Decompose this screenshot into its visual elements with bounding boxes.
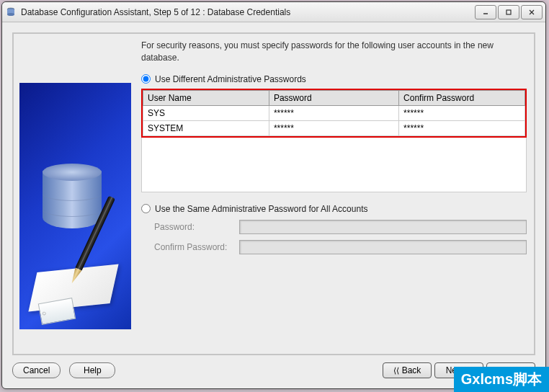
credentials-table-highlight: User Name Password Confirm Password SYS … — [141, 89, 527, 138]
table-row[interactable]: SYSTEM ****** ****** — [143, 120, 525, 135]
help-button[interactable]: Help — [69, 362, 115, 378]
col-username: User Name — [143, 90, 269, 105]
back-button[interactable]: ⟨⟨ Back — [383, 362, 432, 378]
table-row[interactable]: SYS ****** ****** — [143, 105, 525, 120]
main-area: For security reasons, you must specify p… — [131, 40, 527, 348]
confirm-input — [239, 240, 527, 254]
password-input — [239, 220, 527, 234]
inner-panel: For security reasons, you must specify p… — [12, 32, 535, 355]
cell-confirm[interactable]: ****** — [399, 105, 525, 120]
table-empty-area — [141, 138, 527, 192]
cell-password[interactable]: ****** — [269, 105, 398, 120]
confirm-row: Confirm Password: — [154, 240, 527, 254]
minimize-button[interactable] — [475, 5, 496, 19]
same-password-section: Use the Same Administrative Password for… — [141, 204, 527, 254]
radio-same-label: Use the Same Administrative Password for… — [155, 204, 367, 214]
app-icon — [5, 6, 17, 18]
window-title: Database Configuration Assistant, Step 5… — [21, 7, 475, 17]
cell-user[interactable]: SYS — [143, 105, 269, 120]
content-area: For security reasons, you must specify p… — [2, 22, 545, 388]
svg-point-2 — [7, 13, 14, 16]
option-different-passwords[interactable]: Use Different Administrative Passwords — [141, 74, 527, 84]
confirm-label: Confirm Password: — [154, 242, 239, 252]
radio-different-label: Use Different Administrative Passwords — [155, 74, 306, 84]
cell-password[interactable]: ****** — [269, 120, 398, 135]
close-button[interactable] — [521, 5, 543, 19]
watermark: Gxlcms脚本 — [454, 367, 549, 392]
password-label: Password: — [154, 222, 239, 232]
cancel-button[interactable]: Cancel — [12, 362, 61, 378]
col-password: Password — [269, 90, 398, 105]
intro-text: For security reasons, you must specify p… — [141, 40, 527, 64]
cell-confirm[interactable]: ****** — [399, 120, 525, 135]
cell-user[interactable]: SYSTEM — [143, 120, 269, 135]
radio-same[interactable] — [141, 204, 151, 213]
col-confirm: Confirm Password — [399, 90, 525, 105]
radio-different[interactable] — [141, 74, 151, 84]
credentials-table: User Name Password Confirm Password SYS … — [143, 90, 525, 136]
back-arrow-icon: ⟨⟨ — [393, 366, 399, 375]
titlebar: Database Configuration Assistant, Step 5… — [2, 2, 545, 22]
option-same-password[interactable]: Use the Same Administrative Password for… — [141, 204, 527, 214]
wizard-window: Database Configuration Assistant, Step 5… — [1, 1, 546, 389]
wizard-sidebar-image — [19, 83, 131, 329]
svg-rect-4 — [506, 10, 511, 14]
back-label: Back — [402, 365, 421, 375]
password-row: Password: — [154, 220, 527, 234]
window-controls — [475, 5, 543, 19]
maximize-button[interactable] — [498, 5, 519, 19]
